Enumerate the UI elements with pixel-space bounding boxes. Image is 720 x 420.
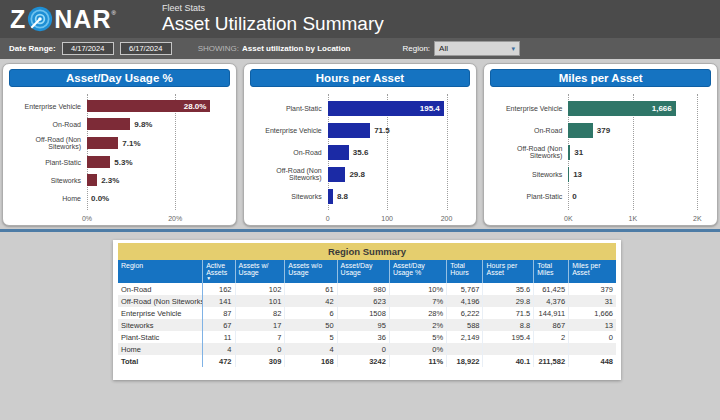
- bar[interactable]: [568, 123, 592, 138]
- value-cell: 0: [235, 343, 285, 355]
- date-end-input[interactable]: 6/17/2024: [120, 42, 172, 55]
- region-summary-panel: Region Summary RegionActive Assets▼Asset…: [113, 240, 621, 380]
- bar[interactable]: 28.0%: [87, 100, 210, 112]
- bar-row: Plant-Static195.4: [250, 101, 465, 116]
- top-header: Z NAR ® Fleet Stats Asset Utilization Su…: [0, 0, 720, 38]
- value-cell: 162: [203, 283, 235, 295]
- x-tick-label: 0%: [82, 215, 92, 222]
- region-select-value: All: [439, 44, 448, 53]
- bar-value-label: 5.3%: [114, 158, 132, 167]
- x-axis: 0%20%: [87, 215, 224, 224]
- bar-value-label: 195.4: [420, 104, 440, 113]
- value-cell: 472: [203, 355, 235, 367]
- bar[interactable]: [328, 145, 349, 160]
- region-cell: On-Road: [118, 283, 203, 295]
- bar-value-label: 7.1%: [122, 139, 140, 148]
- column-header-assets-w-o-usage[interactable]: Assets w/o Usage: [285, 260, 337, 283]
- x-tick-label: 100: [381, 215, 393, 222]
- showing-value: Asset utilization by Location: [242, 44, 350, 53]
- value-cell: 379: [569, 283, 616, 295]
- date-start-input[interactable]: 4/17/2024: [62, 42, 114, 55]
- bar-value-label: 31: [574, 148, 583, 157]
- value-cell: [534, 343, 569, 355]
- value-cell: 11%: [389, 355, 446, 367]
- table-body: On-Road1621026198010%5,76735.661,425379O…: [118, 283, 616, 367]
- value-cell: 144,911: [534, 307, 569, 319]
- value-cell: 61,425: [534, 283, 569, 295]
- table-row: Enterprise Vehicle87826150828%6,22271.51…: [118, 307, 616, 319]
- column-header-total-hours[interactable]: Total Hours: [447, 260, 483, 283]
- value-cell: 2: [534, 331, 569, 343]
- value-cell: 17: [235, 319, 285, 331]
- bar-area: 35.6: [328, 145, 465, 160]
- plot-region: Enterprise Vehicle28.0%On-Road9.8%Off-Ro…: [9, 95, 224, 209]
- value-cell: 4,376: [534, 295, 569, 307]
- bar[interactable]: 1,666: [568, 101, 675, 116]
- bar-row: Off-Road (Non Siteworks)29.8: [250, 167, 465, 182]
- bar[interactable]: [87, 174, 97, 186]
- bar[interactable]: [87, 118, 130, 130]
- bar-category-label: Off-Road (Non Siteworks): [9, 136, 87, 150]
- bar-area: 0: [568, 189, 705, 204]
- column-header-miles-per-asset[interactable]: Miles per Asset: [569, 260, 616, 283]
- chart-title: Hours per Asset: [250, 69, 471, 87]
- bar[interactable]: 195.4: [328, 101, 444, 116]
- bar-row: Siteworks8.8: [250, 189, 465, 204]
- table-row: Siteworks671750952%5888.886713: [118, 319, 616, 331]
- value-cell: 7: [235, 331, 285, 343]
- bar-value-label: 1,666: [652, 104, 672, 113]
- bar[interactable]: [87, 156, 110, 168]
- bar-area: 7.1%: [87, 137, 224, 149]
- showing-label: SHOWING:: [198, 44, 239, 53]
- zonar-target-icon: [27, 6, 53, 32]
- value-cell: 623: [337, 295, 389, 307]
- bar-category-label: Siteworks: [9, 177, 87, 184]
- bar-category-label: Plant-Static: [490, 193, 568, 200]
- bar[interactable]: [328, 189, 333, 204]
- region-cell: Home: [118, 343, 203, 355]
- value-cell: 0: [569, 331, 616, 343]
- value-cell: 448: [569, 355, 616, 367]
- column-header-total-miles[interactable]: Total Miles: [534, 260, 569, 283]
- column-header-assets-w-usage[interactable]: Assets w/ Usage: [235, 260, 285, 283]
- column-header-active-assets[interactable]: Active Assets▼: [203, 260, 235, 283]
- bar-row: Siteworks2.3%: [9, 174, 224, 186]
- bar-value-label: 2.3%: [101, 176, 119, 185]
- region-select[interactable]: All ▾: [434, 41, 520, 56]
- bar-row: Enterprise Vehicle71.5: [250, 123, 465, 138]
- value-cell: [483, 343, 534, 355]
- bar[interactable]: [87, 137, 118, 149]
- bar-value-label: 0: [572, 192, 576, 201]
- value-cell: 2,149: [447, 331, 483, 343]
- bar-row: Plant-Static0: [490, 189, 705, 204]
- value-cell: 8.8: [483, 319, 534, 331]
- x-tick-label: 2K: [693, 215, 702, 222]
- column-header-hours-per-asset[interactable]: Hours per Asset: [483, 260, 534, 283]
- bar-value-label: 0.0%: [91, 194, 109, 203]
- value-cell: 42: [285, 295, 337, 307]
- bar-category-label: Plant-Static: [250, 105, 328, 112]
- bar-area: 5.3%: [87, 156, 224, 168]
- bar[interactable]: [328, 123, 370, 138]
- value-cell: 0%: [389, 343, 446, 355]
- bar[interactable]: [568, 145, 570, 160]
- column-header-asset-day-usage[interactable]: Asset/Day Usage: [337, 260, 389, 283]
- value-cell: 28%: [389, 307, 446, 319]
- value-cell: 6: [285, 307, 337, 319]
- bar-category-label: On-Road: [9, 121, 87, 128]
- x-axis: 0K1K2K: [568, 215, 705, 224]
- bar-area: 2.3%: [87, 174, 224, 186]
- bar-category-label: Siteworks: [490, 171, 568, 178]
- value-cell: 3242: [337, 355, 389, 367]
- column-header-asset-day-usage-[interactable]: Asset/Day Usage %: [389, 260, 446, 283]
- bar-row: Off-Road (Non Siteworks)7.1%: [9, 136, 224, 150]
- bar[interactable]: [568, 167, 569, 182]
- x-tick-label: 200: [441, 215, 453, 222]
- column-header-region[interactable]: Region: [118, 260, 203, 283]
- dashboard: Z NAR ® Fleet Stats Asset Utilization Su…: [0, 0, 720, 420]
- table-title: Region Summary: [118, 243, 616, 260]
- bar[interactable]: [328, 167, 346, 182]
- bar-value-label: 35.6: [353, 148, 369, 157]
- chart-title: Miles per Asset: [490, 69, 711, 87]
- table-row: Home40400%: [118, 343, 616, 355]
